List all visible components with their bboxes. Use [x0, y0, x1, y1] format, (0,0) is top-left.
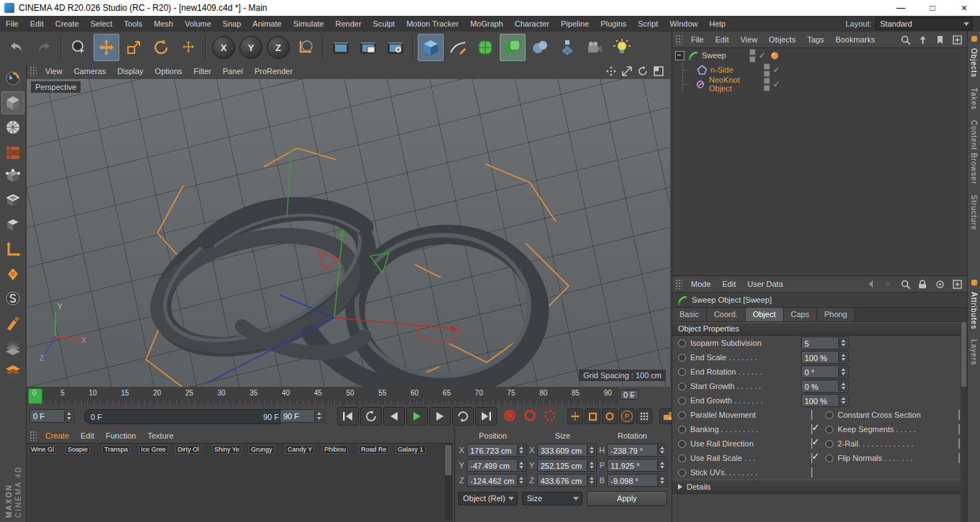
- close-button[interactable]: ×: [948, 0, 980, 16]
- tab-coord[interactable]: Coord.: [707, 308, 746, 321]
- viewport-toggle-view-icon[interactable]: [653, 65, 664, 77]
- coordinate-mode-dropdown[interactable]: Object (Rel): [458, 492, 518, 505]
- move-tool[interactable]: [93, 34, 119, 61]
- om-menu-bookmarks[interactable]: Bookmarks: [830, 32, 881, 47]
- spinner-icon[interactable]: [517, 445, 526, 455]
- points-mode-icon[interactable]: [1, 165, 24, 188]
- viewport-menu-cameras[interactable]: Cameras: [68, 63, 112, 79]
- undo-button[interactable]: [4, 34, 29, 61]
- keyframe-dot-icon[interactable]: [678, 383, 686, 390]
- size-y-field[interactable]: 252.125 cm: [537, 459, 597, 472]
- viewport-view-label[interactable]: Perspective: [31, 81, 81, 93]
- start-frame-field[interactable]: 0 F: [29, 409, 74, 423]
- spinner-icon[interactable]: [517, 460, 526, 470]
- viewport-3d[interactable]: Y X Z Perspective Grid Spacing : 100 cm: [27, 79, 670, 387]
- size-mode-dropdown[interactable]: Size: [522, 492, 582, 505]
- position-y-field[interactable]: -47.499 cm: [467, 459, 527, 472]
- y-axis-lock-button[interactable]: Y: [239, 36, 262, 59]
- attr-focus-icon[interactable]: [934, 278, 945, 290]
- viewport-menu-filter[interactable]: Filter: [188, 63, 216, 79]
- keyframe-dot-icon[interactable]: [825, 426, 833, 434]
- parallel-movement-checkbox[interactable]: [811, 411, 820, 419]
- generators-sweep-button[interactable]: [500, 34, 526, 61]
- material-menu-create[interactable]: Create: [40, 428, 75, 444]
- texture-mode-icon[interactable]: [1, 116, 24, 139]
- attr-history-forward-icon[interactable]: [882, 278, 894, 290]
- tab-objects[interactable]: Objects: [970, 43, 978, 83]
- menu-animate[interactable]: Animate: [247, 16, 287, 32]
- menu-motion-tracker[interactable]: Motion Tracker: [400, 16, 464, 32]
- object-properties-header[interactable]: Object Properties: [672, 322, 967, 336]
- expander-icon[interactable]: [675, 51, 684, 60]
- viewport-pan-icon[interactable]: [605, 65, 617, 77]
- object-row-sweep[interactable]: Sweep ✓: [672, 48, 967, 63]
- goto-end-button[interactable]: [475, 407, 497, 426]
- panel-drag-handle[interactable]: [675, 35, 682, 45]
- menu-volume[interactable]: Volume: [179, 16, 217, 32]
- tab-object[interactable]: Object: [746, 308, 784, 321]
- viewport-menu-prorender[interactable]: ProRender: [249, 63, 298, 79]
- polygons-mode-icon[interactable]: [1, 214, 24, 237]
- workplane-mode-icon[interactable]: [1, 140, 24, 163]
- layer-stack-icon[interactable]: [1, 336, 24, 359]
- keyframe-dot-icon[interactable]: [825, 454, 833, 462]
- redo-button[interactable]: [31, 34, 57, 61]
- visibility-toggles[interactable]: [764, 78, 770, 91]
- minimize-button[interactable]: —: [885, 0, 917, 16]
- camera-button[interactable]: [582, 34, 608, 61]
- menu-window[interactable]: Window: [664, 16, 703, 32]
- menu-file[interactable]: File: [0, 16, 24, 32]
- menu-script[interactable]: Script: [632, 16, 664, 32]
- keyframe-dot-icon[interactable]: [678, 397, 686, 405]
- om-menu-objects[interactable]: Objects: [763, 32, 801, 47]
- menu-plugins[interactable]: Plugins: [595, 16, 632, 32]
- attribute-scrollbar[interactable]: [961, 321, 967, 522]
- enabled-check-icon[interactable]: ✓: [773, 65, 780, 75]
- material-menu-texture[interactable]: Texture: [142, 428, 179, 444]
- spinner-icon[interactable]: [838, 352, 847, 362]
- om-menu-view[interactable]: View: [735, 32, 764, 47]
- start-growth-field[interactable]: 0 %: [801, 380, 848, 393]
- spline-pen-button[interactable]: [445, 34, 471, 61]
- menu-edit[interactable]: Edit: [24, 16, 50, 32]
- om-path-up-icon[interactable]: [917, 34, 928, 45]
- spinner-icon[interactable]: [587, 445, 595, 455]
- tab-content-browser[interactable]: Content Browser: [970, 115, 978, 189]
- tab-layers[interactable]: Layers: [970, 334, 978, 370]
- material-menu-function[interactable]: Function: [100, 428, 142, 444]
- viewport-menu-view[interactable]: View: [40, 63, 68, 79]
- keyframe-selection-button[interactable]: [541, 407, 559, 424]
- keyframe-dot-icon[interactable]: [678, 368, 686, 376]
- layout-dropdown[interactable]: Standard: [875, 17, 973, 30]
- rotation-p-field[interactable]: 11.925 °: [607, 459, 667, 472]
- tab-caps[interactable]: Caps: [784, 308, 818, 321]
- material-menu-edit[interactable]: Edit: [75, 428, 100, 444]
- live-selection-tool[interactable]: [66, 34, 92, 61]
- previous-frame-button[interactable]: [383, 407, 405, 426]
- key-parameter-toggle[interactable]: P: [619, 408, 635, 424]
- loop-playback-button[interactable]: [452, 407, 474, 426]
- viewport-menu-panel[interactable]: Panel: [217, 63, 249, 79]
- x-axis-lock-button[interactable]: X: [212, 36, 235, 59]
- enabled-check-icon[interactable]: ✓: [773, 79, 780, 89]
- current-frame-field[interactable]: 0 F: [620, 390, 638, 400]
- goto-start-button[interactable]: [337, 407, 359, 426]
- menu-sculpt[interactable]: Sculpt: [367, 16, 401, 32]
- keyframe-dot-icon[interactable]: [825, 440, 833, 448]
- spinner-icon[interactable]: [517, 475, 526, 485]
- details-expander[interactable]: Details: [672, 480, 967, 494]
- texture-axis-icon[interactable]: [1, 262, 24, 285]
- tab-basic[interactable]: Basic: [672, 308, 707, 321]
- visibility-toggles[interactable]: [764, 63, 770, 77]
- z-axis-lock-button[interactable]: Z: [267, 36, 290, 59]
- keyframe-dot-icon[interactable]: [678, 354, 686, 362]
- keyframe-dot-icon[interactable]: [678, 339, 686, 347]
- material-item[interactable]: Transpa: [102, 444, 137, 454]
- viewport-rotate-icon[interactable]: [637, 65, 649, 77]
- om-add-panel-icon[interactable]: [951, 34, 963, 45]
- autokey-button[interactable]: [521, 407, 539, 424]
- material-item[interactable]: Grungy: [249, 444, 284, 454]
- timeline-ruler[interactable]: 0 5 10 15 20 25 30 35 40 45 50 55 60 65 …: [27, 387, 618, 405]
- render-to-picture-viewer-button[interactable]: [355, 34, 381, 61]
- key-rotation-toggle[interactable]: [602, 408, 618, 424]
